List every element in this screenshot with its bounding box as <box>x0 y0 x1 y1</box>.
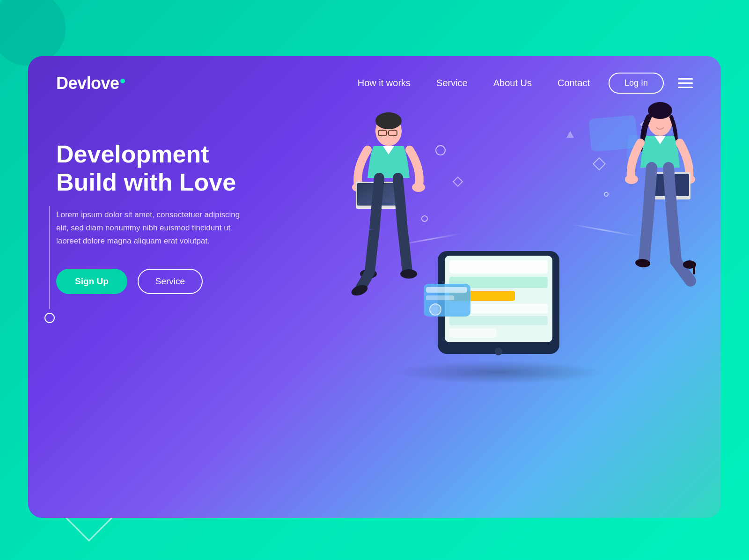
hero-title-line1: Development <box>56 140 209 168</box>
svg-point-28 <box>625 175 638 184</box>
geo-triangle-1 <box>566 131 574 138</box>
svg-rect-34 <box>693 266 695 274</box>
svg-point-24 <box>400 269 417 279</box>
svg-point-12 <box>430 304 441 315</box>
geo-diamond-1 <box>453 177 463 187</box>
person-right-svg <box>613 94 707 300</box>
hero-content: Development Build with Love Lorem ipsum … <box>56 140 253 294</box>
hero-description: Lorem ipsum dolor sit amet, consectetuer… <box>56 208 253 248</box>
hamburger-line-3 <box>678 87 693 88</box>
svg-rect-6 <box>449 316 548 325</box>
person-left-svg <box>342 103 435 300</box>
side-line <box>49 206 50 309</box>
hero-buttons: Sign Up Service <box>56 269 253 294</box>
person-left <box>342 103 435 300</box>
navbar: Devlove How it works Service About Us Co… <box>28 56 721 103</box>
svg-point-19 <box>412 183 425 192</box>
side-circle <box>44 313 55 323</box>
svg-point-8 <box>495 348 502 355</box>
logo-text: Devlove <box>56 74 119 93</box>
nav-contact[interactable]: Contact <box>558 78 590 88</box>
hero-title: Development Build with Love <box>56 140 253 197</box>
service-button[interactable]: Service <box>138 269 203 294</box>
main-hero-card: Devlove How it works Service About Us Co… <box>28 56 721 518</box>
phone-svg <box>410 242 587 363</box>
nav-links: How it works Service About Us Contact <box>358 78 590 88</box>
svg-point-14 <box>375 112 402 129</box>
geo-diamond-2 <box>593 157 606 170</box>
hero-title-line2: Build with Love <box>56 169 236 196</box>
logo-dot <box>120 79 125 83</box>
logo[interactable]: Devlove <box>56 74 125 93</box>
svg-rect-2 <box>449 260 548 273</box>
signup-button[interactable]: Sign Up <box>56 269 127 294</box>
hamburger-menu[interactable] <box>678 78 693 88</box>
nav-about-us[interactable]: About Us <box>493 78 532 88</box>
hamburger-line-1 <box>678 78 693 80</box>
svg-rect-7 <box>449 328 496 338</box>
login-button[interactable]: Log In <box>609 73 664 94</box>
geo-circle-3 <box>604 192 609 197</box>
nav-service[interactable]: Service <box>436 78 468 88</box>
geo-circle-1 <box>435 145 446 155</box>
side-indicator <box>44 206 55 323</box>
illustration-area <box>276 84 721 389</box>
nav-how-it-works[interactable]: How it works <box>358 78 411 88</box>
hamburger-line-2 <box>678 82 693 84</box>
person-right <box>613 94 707 300</box>
phone-device <box>410 242 587 365</box>
